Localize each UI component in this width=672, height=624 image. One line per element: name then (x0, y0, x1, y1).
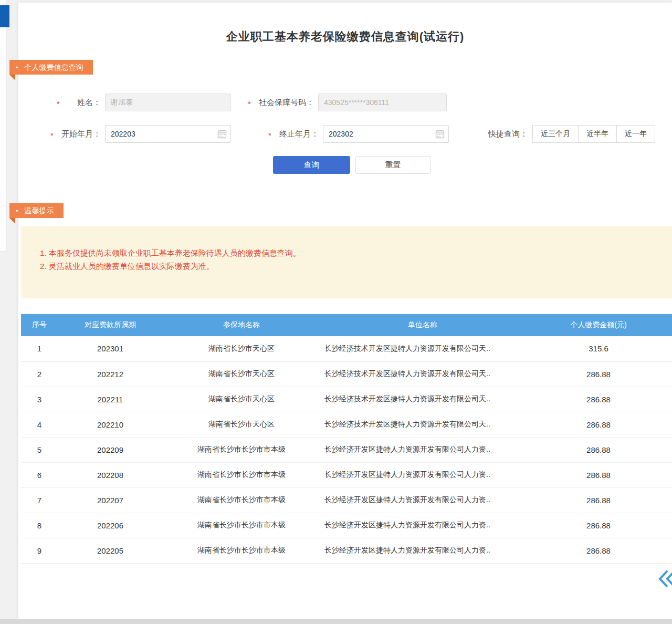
sidebar-collapsed-tab[interactable] (0, 5, 9, 27)
table-cell: 8 (21, 513, 58, 538)
table-cell: 长沙经济技术开发区捷特人力资源开发有限公司天.. (320, 336, 525, 361)
section-badge-tips-label: 温馨提示 (25, 206, 54, 215)
table-row: 3202211湖南省长沙市天心区长沙经济技术开发区捷特人力资源开发有限公司天..… (21, 387, 672, 412)
table-cell: 286.88 (525, 412, 672, 437)
table-cell: 4 (21, 412, 58, 437)
name-input[interactable] (105, 93, 231, 111)
table-row: 1202301湖南省长沙市天心区长沙经济技术开发区捷特人力资源开发有限公司天..… (21, 336, 672, 361)
end-month-group: * 终止年月： (267, 125, 449, 143)
table-cell: 7 (21, 487, 58, 513)
section-badge-query: •个人缴费信息查询 (9, 60, 93, 75)
quick-query-group: 快捷查询： 近三个月 近半年 近一年 (488, 125, 655, 143)
badge-fold-icon (9, 218, 15, 224)
double-chevron-left-icon[interactable] (657, 568, 672, 589)
table-cell: 长沙经济开发区捷特人力资源开发有限公司人力资.. (320, 462, 525, 487)
query-button[interactable]: 查询 (273, 156, 350, 174)
table-cell: 202208 (58, 462, 163, 487)
table-cell: 202210 (58, 412, 163, 437)
table-cell: 长沙经济技术开发区捷特人力资源开发有限公司天.. (320, 387, 525, 412)
table-cell: 202211 (58, 387, 163, 412)
bullet-icon: • (16, 204, 18, 219)
name-field-group: * 姓名： (56, 93, 231, 111)
table-cell: 湖南省长沙市天心区 (163, 387, 320, 412)
table-cell: 湖南省长沙市长沙市市本级 (163, 538, 320, 563)
required-asterisk: * (267, 131, 272, 140)
start-month-group: * 开始年月： (49, 125, 231, 143)
table-cell: 202209 (58, 437, 163, 462)
table-cell: 202205 (58, 538, 163, 563)
section-badge-query-label: 个人缴费信息查询 (25, 63, 83, 71)
table-cell: 286.88 (525, 538, 672, 563)
bullet-icon: • (16, 60, 18, 75)
ssn-label: 社会保障号码： (254, 98, 314, 108)
name-label: 姓名： (63, 98, 101, 108)
table-header-row: 序号 对应费款所属期 参保地名称 单位名称 个人缴费金额(元) (21, 314, 672, 336)
header-period: 对应费款所属期 (58, 314, 163, 336)
table-cell: 6 (21, 462, 58, 487)
table-row: 7202207湖南省长沙市长沙市市本级长沙经济开发区捷特人力资源开发有限公司人力… (21, 487, 672, 513)
end-month-input[interactable] (323, 125, 449, 143)
badge-fold-icon (9, 75, 15, 80)
table-cell: 1 (21, 336, 58, 361)
table-cell: 长沙经济技术开发区捷特人力资源开发有限公司天.. (320, 412, 525, 437)
table-row: 2202212湖南省长沙市天心区长沙经济技术开发区捷特人力资源开发有限公司天..… (21, 361, 672, 387)
notice-box: 1. 本服务仅提供尚未领取企业职工基本养老保险待遇人员的缴费信息查询。 2. 灵… (21, 226, 672, 298)
quick-range-6m-button[interactable]: 近半年 (578, 125, 617, 143)
table-cell: 湖南省长沙市天心区 (163, 361, 320, 387)
table-cell: 湖南省长沙市长沙市市本级 (163, 462, 320, 487)
page-title: 企业职工基本养老保险缴费信息查询(试运行) (18, 29, 672, 45)
header-amount: 个人缴费金额(元) (525, 314, 672, 336)
table-cell: 3 (21, 387, 58, 412)
table-cell: 286.88 (525, 487, 672, 513)
table-cell: 湖南省长沙市长沙市市本级 (163, 513, 320, 538)
start-month-label: 开始年月： (57, 129, 101, 139)
reset-button[interactable]: 重置 (355, 156, 430, 174)
calendar-icon[interactable] (217, 129, 227, 139)
ssn-input[interactable] (318, 93, 447, 111)
table-row: 6202208湖南省长沙市长沙市市本级长沙经济开发区捷特人力资源开发有限公司人力… (21, 462, 672, 487)
table-cell: 湖南省长沙市长沙市市本级 (163, 437, 320, 462)
table-cell: 286.88 (525, 513, 672, 538)
page: 企业职工基本养老保险缴费信息查询(试运行) •个人缴费信息查询 * 姓名： * … (0, 0, 672, 624)
required-asterisk: * (49, 131, 55, 140)
table-row: 5202209湖南省长沙市长沙市市本级长沙经济开发区捷特人力资源开发有限公司人力… (21, 437, 672, 462)
end-month-label: 终止年月： (275, 129, 319, 139)
table-cell: 长沙经济开发区捷特人力资源开发有限公司人力资.. (320, 538, 525, 563)
table-cell: 2 (21, 361, 58, 387)
header-seq: 序号 (21, 314, 58, 336)
table-cell: 315.6 (525, 336, 672, 361)
notice-line: 1. 本服务仅提供尚未领取企业职工基本养老保险待遇人员的缴费信息查询。 (40, 246, 662, 259)
table-cell: 5 (21, 437, 58, 462)
quick-query-label: 快捷查询： (488, 129, 528, 139)
table-cell: 长沙经济开发区捷特人力资源开发有限公司人力资.. (320, 487, 525, 513)
table-cell: 湖南省长沙市天心区 (163, 336, 320, 361)
ssn-field-group: * 社会保障号码： (247, 93, 447, 111)
required-asterisk: * (247, 99, 252, 108)
section-badge-tips: •温馨提示 (9, 203, 64, 218)
table-cell: 202212 (58, 361, 163, 387)
table-cell: 9 (21, 538, 58, 563)
bottom-bar (0, 619, 672, 624)
table-cell: 湖南省长沙市天心区 (163, 412, 320, 437)
notice-line: 2. 灵活就业人员的缴费单位信息以实际缴费为准。 (40, 259, 662, 273)
table-cell: 202301 (58, 336, 163, 361)
table-cell: 286.88 (525, 387, 672, 412)
quick-range-1y-button[interactable]: 近一年 (616, 125, 655, 143)
table-cell: 202206 (58, 513, 163, 538)
table-row: 8202206湖南省长沙市长沙市市本级长沙经济开发区捷特人力资源开发有限公司人力… (21, 513, 672, 538)
table-cell: 286.88 (525, 462, 672, 487)
table-cell: 长沙经济技术开发区捷特人力资源开发有限公司天.. (320, 361, 525, 387)
table-cell: 长沙经济开发区捷特人力资源开发有限公司人力资.. (320, 513, 525, 538)
left-collapsed-panel (0, 0, 6, 252)
table-row: 9202205湖南省长沙市长沙市市本级长沙经济开发区捷特人力资源开发有限公司人力… (21, 538, 672, 563)
table-cell: 202207 (58, 487, 163, 513)
start-month-input[interactable] (105, 125, 231, 143)
table-cell: 286.88 (525, 361, 672, 387)
table-row: 4202210湖南省长沙市天心区长沙经济技术开发区捷特人力资源开发有限公司天..… (21, 412, 672, 437)
header-employer: 单位名称 (320, 314, 525, 336)
table-cell: 286.88 (525, 437, 672, 462)
table-cell: 湖南省长沙市长沙市市本级 (163, 487, 320, 513)
quick-range-3m-button[interactable]: 近三个月 (532, 125, 579, 143)
header-insured-place: 参保地名称 (163, 314, 320, 336)
calendar-icon[interactable] (435, 129, 445, 139)
